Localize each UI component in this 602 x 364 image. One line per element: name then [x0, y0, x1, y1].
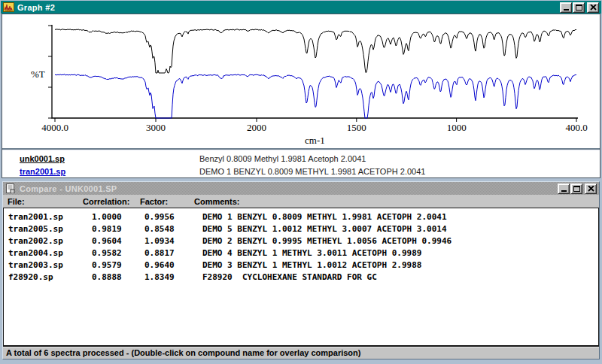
table-row[interactable]: f28920.sp 0.8888 1.8349 F28920 CYCLOHEXA… [4, 271, 598, 283]
legend-row-unknown: unk0001.sp Benzyl 0.8009 Methyl 1.9981 A… [2, 152, 600, 165]
table-row[interactable]: tran2002.sp 0.9604 1.0934 DEMO 2 BENZYL … [4, 235, 598, 247]
column-header-factor: Factor: [137, 197, 194, 206]
close-button[interactable] [587, 2, 599, 13]
compare-window: Compare - UNK0001.SP File: Correlation: … [2, 181, 600, 359]
maximize-button[interactable] [570, 184, 582, 194]
minimize-icon [561, 190, 567, 192]
column-header-correlation: Correlation: [83, 197, 137, 206]
cell-file[interactable]: tran2004.sp [4, 248, 85, 258]
spectrum-chart-icon [3, 2, 14, 12]
minimize-button[interactable] [558, 184, 570, 194]
spectrum-plot: 4000.03000200015001000400.0%Tcm-1 [2, 14, 600, 148]
x-tick-label: 4000.0 [41, 122, 68, 133]
maximize-button[interactable] [573, 2, 585, 13]
cell-correlation: 0.9604 [85, 236, 138, 246]
graph-window-body: 4000.03000200015001000400.0%Tcm-1 unk000… [2, 14, 600, 178]
graph-window-controls [560, 2, 599, 13]
trace-tran2001 [55, 74, 576, 118]
compare-window-titlebar[interactable]: Compare - UNK0001.SP [3, 182, 599, 195]
cell-factor: 0.9956 [138, 212, 196, 222]
cell-factor: 0.8817 [138, 248, 196, 258]
cell-factor: 0.8548 [138, 224, 196, 234]
maximize-icon [576, 5, 582, 11]
x-tick-label: 1500 [347, 122, 366, 133]
application-frame: Graph #2 4000.03000200015001000400.0%Tcm… [0, 0, 602, 364]
compare-window-title: Compare - UNK0001.SP [20, 184, 117, 193]
cell-factor: 0.9640 [138, 260, 196, 270]
compare-window-controls [558, 184, 597, 194]
table-row[interactable]: tran2005.sp 0.9819 0.8548 DEMO 5 BENZYL … [4, 223, 598, 235]
close-button[interactable] [585, 184, 597, 194]
table-row[interactable]: tran2003.sp 0.9579 0.9640 DEMO 3 BENZYL … [4, 259, 598, 271]
results-table-body[interactable]: tran2001.sp 1.0000 0.9956 DEMO 1 BENZYL … [3, 208, 599, 347]
cell-comments[interactable]: DEMO 4 BENZYL 1 METHYL 3.0011 ACETOPH 0.… [196, 248, 598, 258]
cell-factor: 1.0934 [138, 236, 196, 246]
cell-factor: 1.8349 [138, 272, 196, 282]
legend-filename-tran2001[interactable]: tran2001.sp [2, 167, 199, 176]
legend-description-unk0001: Benzyl 0.8009 Methyl 1.9981 Acetoph 2.00… [199, 154, 600, 163]
table-row[interactable]: tran2004.sp 0.9582 0.8817 DEMO 4 BENZYL … [4, 247, 598, 259]
results-table-header: File: Correlation: Factor: Comments: [3, 195, 599, 208]
cell-comments[interactable]: DEMO 3 BENZYL 1 METHYL 1.0012 ACETOPH 2.… [196, 260, 598, 270]
status-text: A total of 6 spectra processed - (Double… [6, 348, 360, 357]
document-icon [5, 184, 17, 193]
x-tick-label: 3000 [146, 122, 166, 133]
cell-file[interactable]: f28920.sp [4, 272, 85, 282]
graph-window-title: Graph #2 [17, 3, 55, 12]
spectrum-plot-area[interactable]: 4000.03000200015001000400.0%Tcm-1 [2, 14, 600, 148]
minimize-icon [564, 9, 569, 11]
graph-window-titlebar[interactable]: Graph #2 [1, 1, 601, 14]
close-icon [590, 5, 597, 11]
cell-correlation: 0.9582 [85, 248, 138, 258]
legend-filename-unk0001[interactable]: unk0001.sp [2, 154, 199, 163]
cell-correlation: 0.9819 [85, 224, 138, 234]
minimize-button[interactable] [560, 2, 572, 13]
cell-comments[interactable]: DEMO 5 BENZYL 1.0012 METHYL 3.0007 ACETO… [196, 224, 598, 234]
cell-file[interactable]: tran2001.sp [4, 212, 85, 222]
spectra-legend: unk0001.sp Benzyl 0.8009 Methyl 1.9981 A… [2, 148, 600, 177]
cell-correlation: 0.9579 [85, 260, 138, 270]
trace-unk0001 [55, 29, 576, 73]
column-header-file: File: [3, 197, 83, 206]
table-row[interactable]: tran2001.sp 1.0000 0.9956 DEMO 1 BENZYL … [4, 211, 598, 223]
legend-description-tran2001: DEMO 1 BENZYL 0.8009 METHYL 1.9981 ACETO… [199, 167, 600, 176]
column-header-comments: Comments: [194, 197, 599, 206]
x-tick-label: 1000 [447, 122, 467, 133]
cell-correlation: 1.0000 [85, 212, 138, 222]
legend-row-reference: tran2001.sp DEMO 1 BENZYL 0.8009 METHYL … [2, 165, 600, 177]
cell-file[interactable]: tran2003.sp [4, 260, 85, 270]
x-tick-label: 2000 [247, 122, 266, 133]
cell-file[interactable]: tran2002.sp [4, 236, 85, 246]
x-tick-label: 400.0 [565, 122, 587, 133]
maximize-icon [573, 186, 580, 192]
cell-comments[interactable]: DEMO 2 BENZYL 0.9995 METHEYL 1.0056 ACET… [196, 236, 598, 246]
cell-comments[interactable]: DEMO 1 BENZYL 0.8009 METHYL 1.9981 ACETO… [196, 212, 598, 222]
x-axis-label: cm-1 [305, 135, 325, 146]
cell-correlation: 0.8888 [85, 272, 138, 282]
cell-comments[interactable]: F28920 CYCLOHEXANE STANDARD FOR GC [196, 272, 598, 282]
graph-window: Graph #2 4000.03000200015001000400.0%Tcm… [1, 1, 601, 179]
status-bar: A total of 6 spectra processed - (Double… [3, 347, 599, 359]
y-axis-label: %T [31, 68, 45, 80]
close-icon [588, 186, 594, 192]
cell-file[interactable]: tran2005.sp [4, 224, 85, 234]
